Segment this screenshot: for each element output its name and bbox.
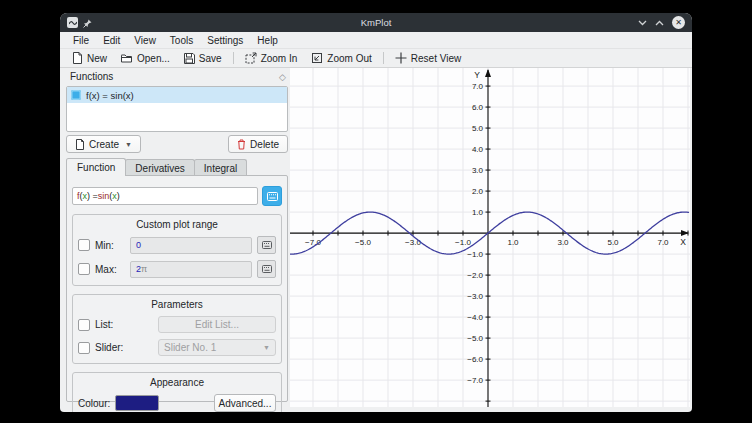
sine-plot[interactable]: −7.0−5.0−3.0−1.01.03.05.07.07.06.05.04.0… bbox=[290, 68, 690, 407]
svg-text:−6.0: −6.0 bbox=[467, 355, 483, 364]
toolbar-separator bbox=[383, 52, 384, 64]
open-folder-icon bbox=[121, 53, 133, 63]
tab-derivatives[interactable]: Derivatives bbox=[125, 159, 194, 176]
new-document-icon bbox=[72, 52, 83, 64]
max-label: Max: bbox=[95, 264, 125, 275]
svg-text:5.0: 5.0 bbox=[607, 238, 619, 247]
svg-text:1.0: 1.0 bbox=[472, 208, 484, 217]
min-label: Min: bbox=[95, 240, 125, 251]
group-title: Appearance bbox=[78, 377, 276, 388]
delete-button[interactable]: Delete bbox=[228, 135, 288, 153]
list-label: List: bbox=[95, 319, 131, 330]
edit-list-button[interactable]: Edit List... bbox=[158, 316, 276, 333]
close-button[interactable]: ✕ bbox=[672, 16, 685, 29]
minimize-button[interactable] bbox=[638, 20, 647, 26]
tab-integral[interactable]: Integral bbox=[194, 159, 247, 176]
open-button[interactable]: Open... bbox=[114, 50, 177, 66]
svg-text:−1.0: −1.0 bbox=[455, 238, 471, 247]
appearance-group: Appearance Colour: Advanced... bbox=[72, 372, 282, 412]
svg-text:−1.0: −1.0 bbox=[467, 250, 483, 259]
tab-bar: FunctionDerivativesIntegral bbox=[66, 158, 246, 176]
svg-text:−2.0: −2.0 bbox=[467, 271, 483, 280]
zoom-in-button[interactable]: Zoom In bbox=[238, 50, 305, 66]
toolbar-separator bbox=[233, 52, 234, 64]
min-checkbox[interactable] bbox=[78, 239, 90, 251]
zoom-in-icon bbox=[245, 52, 257, 64]
app-icon bbox=[67, 17, 78, 28]
titlebar[interactable]: KmPlot ✕ bbox=[60, 13, 692, 32]
svg-text:1.0: 1.0 bbox=[507, 238, 519, 247]
svg-text:7.0: 7.0 bbox=[472, 82, 484, 91]
zoom-out-button[interactable]: Zoom Out bbox=[304, 50, 378, 66]
svg-text:−4.0: −4.0 bbox=[467, 313, 483, 322]
max-equation-editor-button[interactable] bbox=[257, 260, 276, 278]
svg-text:6.0: 6.0 bbox=[472, 103, 484, 112]
keyboard-icon bbox=[267, 192, 278, 201]
kmplot-window: KmPlot ✕ FileEditViewToolsSettingsHelp N… bbox=[60, 13, 692, 412]
svg-text:−5.0: −5.0 bbox=[355, 238, 371, 247]
menu-help[interactable]: Help bbox=[250, 35, 285, 46]
trash-icon bbox=[237, 139, 246, 150]
slider-checkbox[interactable] bbox=[78, 342, 90, 354]
menu-settings[interactable]: Settings bbox=[200, 35, 250, 46]
min-equation-editor-button[interactable] bbox=[257, 236, 276, 254]
plot-area[interactable]: −7.0−5.0−3.0−1.01.03.05.07.07.06.05.04.0… bbox=[290, 68, 690, 407]
chevron-down-icon: ▼ bbox=[263, 344, 270, 351]
parameters-group: Parameters List: Edit List... Slider: Sl… bbox=[72, 294, 282, 364]
chevron-down-icon: ▼ bbox=[125, 141, 132, 148]
reset-view-button[interactable]: Reset View bbox=[388, 50, 468, 66]
custom-plot-range-group: Custom plot range Min: 0 Max: 2π bbox=[72, 214, 282, 286]
new-function-icon bbox=[75, 139, 85, 150]
save-button[interactable]: Save bbox=[177, 50, 229, 66]
list-checkbox[interactable] bbox=[78, 319, 90, 331]
function-list-item-label: f(x) = sin(x) bbox=[86, 90, 134, 101]
svg-text:2.0: 2.0 bbox=[472, 187, 484, 196]
svg-text:5.0: 5.0 bbox=[472, 124, 484, 133]
svg-text:3.0: 3.0 bbox=[557, 238, 569, 247]
min-input[interactable]: 0 bbox=[130, 237, 252, 254]
slider-label: Slider: bbox=[95, 342, 131, 353]
group-title: Custom plot range bbox=[78, 219, 276, 230]
zoom-out-icon bbox=[311, 52, 323, 64]
maximize-button[interactable] bbox=[655, 20, 664, 26]
pin-icon[interactable] bbox=[83, 14, 92, 32]
max-checkbox[interactable] bbox=[78, 263, 90, 275]
svg-text:−7.0: −7.0 bbox=[467, 376, 483, 385]
svg-text:Y: Y bbox=[474, 70, 480, 80]
menu-edit[interactable]: Edit bbox=[96, 35, 127, 46]
menu-view[interactable]: View bbox=[127, 35, 163, 46]
svg-text:7.0: 7.0 bbox=[657, 238, 669, 247]
tab-function[interactable]: Function bbox=[66, 158, 126, 176]
create-button[interactable]: Create ▼ bbox=[66, 135, 141, 153]
svg-text:X: X bbox=[680, 237, 686, 247]
equation-input[interactable]: f(x) = sin(x) bbox=[72, 187, 258, 205]
function-list-item[interactable]: f(x) = sin(x) bbox=[67, 87, 287, 103]
toolbar: NewOpen...SaveZoom InZoom OutReset View bbox=[60, 49, 692, 68]
equation-editor-button[interactable] bbox=[262, 186, 282, 206]
svg-text:−5.0: −5.0 bbox=[467, 334, 483, 343]
svg-text:−3.0: −3.0 bbox=[467, 292, 483, 301]
dock-title: Functions bbox=[70, 71, 113, 82]
function-visible-checkbox[interactable] bbox=[71, 90, 81, 100]
colour-label: Colour: bbox=[78, 398, 110, 409]
functions-dock: Functions ◇ f(x) = sin(x) Create ▼ Delet… bbox=[64, 69, 290, 405]
svg-text:3.0: 3.0 bbox=[472, 166, 484, 175]
group-title: Parameters bbox=[78, 299, 276, 310]
new-button[interactable]: New bbox=[65, 50, 114, 66]
colour-swatch[interactable] bbox=[115, 395, 159, 411]
max-input[interactable]: 2π bbox=[130, 261, 252, 278]
slider-select[interactable]: Slider No. 1 ▼ bbox=[158, 339, 276, 356]
save-icon bbox=[184, 53, 195, 64]
advanced-button[interactable]: Advanced... bbox=[214, 394, 276, 412]
svg-text:4.0: 4.0 bbox=[472, 145, 484, 154]
menu-tools[interactable]: Tools bbox=[163, 35, 200, 46]
svg-text:−3.0: −3.0 bbox=[405, 238, 421, 247]
menu-file[interactable]: File bbox=[66, 35, 96, 46]
function-list[interactable]: f(x) = sin(x) bbox=[66, 86, 288, 132]
reset-view-icon bbox=[395, 52, 407, 64]
window-title: KmPlot bbox=[60, 17, 692, 28]
dock-float-icon[interactable]: ◇ bbox=[279, 72, 286, 82]
menubar: FileEditViewToolsSettingsHelp bbox=[60, 32, 692, 49]
function-tab-panel: f(x) = sin(x) Custom plot range Min: 0 bbox=[66, 175, 288, 402]
